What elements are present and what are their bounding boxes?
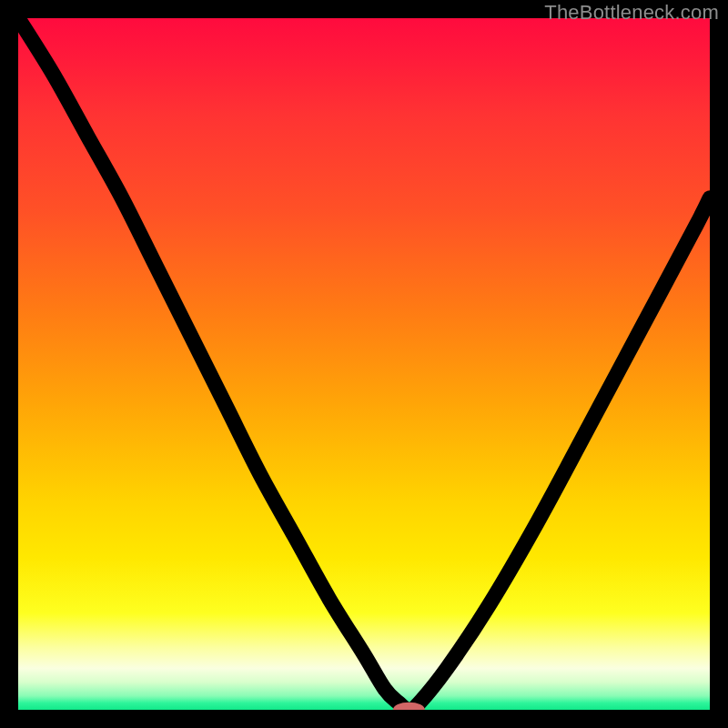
watermark-text: TheBottleneck.com <box>544 1 719 25</box>
bottleneck-curve-svg <box>18 18 710 710</box>
chart-frame: TheBottleneck.com <box>0 0 728 728</box>
plot-area <box>18 18 710 710</box>
bottleneck-curve <box>18 18 710 710</box>
